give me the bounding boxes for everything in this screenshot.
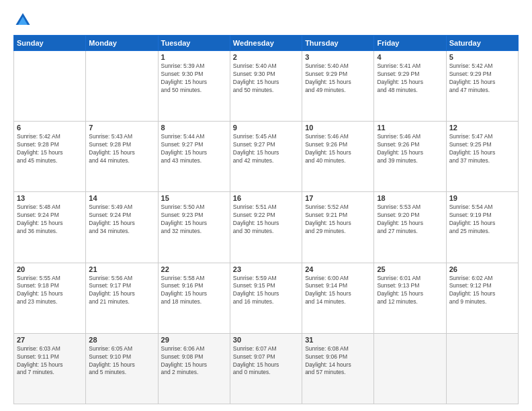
logo — [13, 11, 35, 30]
cal-cell: 19Sunrise: 5:54 AM Sunset: 9:19 PM Dayli… — [446, 192, 518, 263]
cal-cell: 13Sunrise: 5:48 AM Sunset: 9:24 PM Dayli… — [14, 192, 86, 263]
day-number: 12 — [449, 124, 515, 132]
cal-cell — [86, 51, 158, 122]
cal-cell: 22Sunrise: 5:58 AM Sunset: 9:16 PM Dayli… — [158, 263, 230, 333]
day-number: 15 — [161, 194, 227, 202]
day-number: 20 — [17, 265, 83, 273]
day-info: Sunrise: 5:48 AM Sunset: 9:24 PM Dayligh… — [17, 203, 83, 236]
cal-cell: 11Sunrise: 5:46 AM Sunset: 9:26 PM Dayli… — [374, 122, 446, 192]
day-info: Sunrise: 5:58 AM Sunset: 9:16 PM Dayligh… — [161, 275, 227, 307]
day-number: 14 — [89, 194, 154, 202]
day-info: Sunrise: 6:03 AM Sunset: 9:11 PM Dayligh… — [17, 345, 83, 377]
day-info: Sunrise: 5:44 AM Sunset: 9:27 PM Dayligh… — [161, 133, 227, 165]
day-number: 3 — [305, 53, 371, 61]
cal-cell: 18Sunrise: 5:53 AM Sunset: 9:20 PM Dayli… — [374, 192, 446, 263]
day-info: Sunrise: 5:46 AM Sunset: 9:26 PM Dayligh… — [305, 133, 371, 165]
cal-cell: 7Sunrise: 5:43 AM Sunset: 9:28 PM Daylig… — [86, 122, 158, 192]
cal-cell: 27Sunrise: 6:03 AM Sunset: 9:11 PM Dayli… — [14, 333, 86, 404]
cal-cell: 20Sunrise: 5:55 AM Sunset: 9:18 PM Dayli… — [14, 263, 86, 333]
week-row-1: 1Sunrise: 5:39 AM Sunset: 9:30 PM Daylig… — [14, 51, 519, 122]
day-info: Sunrise: 6:07 AM Sunset: 9:07 PM Dayligh… — [233, 345, 299, 377]
day-number: 9 — [233, 124, 299, 132]
day-number: 16 — [233, 194, 299, 202]
cal-cell: 26Sunrise: 6:02 AM Sunset: 9:12 PM Dayli… — [446, 263, 518, 333]
col-header-friday: Friday — [374, 36, 446, 51]
day-info: Sunrise: 6:02 AM Sunset: 9:12 PM Dayligh… — [449, 275, 515, 307]
cal-cell: 1Sunrise: 5:39 AM Sunset: 9:30 PM Daylig… — [158, 51, 230, 122]
cal-cell: 9Sunrise: 5:45 AM Sunset: 9:27 PM Daylig… — [230, 122, 302, 192]
cal-cell: 12Sunrise: 5:47 AM Sunset: 9:25 PM Dayli… — [446, 122, 518, 192]
cal-cell: 29Sunrise: 6:06 AM Sunset: 9:08 PM Dayli… — [158, 333, 230, 404]
day-info: Sunrise: 5:49 AM Sunset: 9:24 PM Dayligh… — [89, 203, 154, 236]
day-info: Sunrise: 5:40 AM Sunset: 9:30 PM Dayligh… — [233, 62, 299, 95]
day-number: 31 — [305, 336, 371, 344]
day-number: 13 — [17, 194, 83, 202]
day-number: 19 — [449, 194, 515, 202]
day-info: Sunrise: 5:47 AM Sunset: 9:25 PM Dayligh… — [449, 133, 515, 165]
cal-cell: 25Sunrise: 6:01 AM Sunset: 9:13 PM Dayli… — [374, 263, 446, 333]
day-info: Sunrise: 5:55 AM Sunset: 9:18 PM Dayligh… — [17, 275, 83, 307]
day-info: Sunrise: 5:51 AM Sunset: 9:22 PM Dayligh… — [233, 203, 299, 236]
cal-cell: 30Sunrise: 6:07 AM Sunset: 9:07 PM Dayli… — [230, 333, 302, 404]
cal-cell: 10Sunrise: 5:46 AM Sunset: 9:26 PM Dayli… — [302, 122, 374, 192]
day-number: 7 — [89, 124, 154, 132]
col-header-thursday: Thursday — [302, 36, 374, 51]
week-row-4: 20Sunrise: 5:55 AM Sunset: 9:18 PM Dayli… — [14, 263, 519, 333]
col-header-monday: Monday — [86, 36, 158, 51]
cal-cell: 28Sunrise: 6:05 AM Sunset: 9:10 PM Dayli… — [86, 333, 158, 404]
day-info: Sunrise: 5:52 AM Sunset: 9:21 PM Dayligh… — [305, 203, 371, 236]
day-number: 23 — [233, 265, 299, 273]
day-info: Sunrise: 6:01 AM Sunset: 9:13 PM Dayligh… — [377, 275, 443, 307]
day-number: 24 — [305, 265, 371, 273]
header — [13, 11, 519, 30]
day-number: 8 — [161, 124, 227, 132]
cal-cell: 24Sunrise: 6:00 AM Sunset: 9:14 PM Dayli… — [302, 263, 374, 333]
cal-cell: 15Sunrise: 5:50 AM Sunset: 9:23 PM Dayli… — [158, 192, 230, 263]
day-info: Sunrise: 5:45 AM Sunset: 9:27 PM Dayligh… — [233, 133, 299, 165]
day-info: Sunrise: 5:59 AM Sunset: 9:15 PM Dayligh… — [233, 275, 299, 307]
day-number: 27 — [17, 336, 83, 344]
day-number: 4 — [377, 53, 443, 61]
cal-cell — [14, 51, 86, 122]
page: SundayMondayTuesdayWednesdayThursdayFrid… — [0, 0, 532, 411]
cal-cell: 16Sunrise: 5:51 AM Sunset: 9:22 PM Dayli… — [230, 192, 302, 263]
day-info: Sunrise: 5:56 AM Sunset: 9:17 PM Dayligh… — [89, 275, 154, 307]
day-info: Sunrise: 5:42 AM Sunset: 9:29 PM Dayligh… — [449, 62, 515, 95]
cal-cell: 2Sunrise: 5:40 AM Sunset: 9:30 PM Daylig… — [230, 51, 302, 122]
cal-cell: 5Sunrise: 5:42 AM Sunset: 9:29 PM Daylig… — [446, 51, 518, 122]
week-row-3: 13Sunrise: 5:48 AM Sunset: 9:24 PM Dayli… — [14, 192, 519, 263]
cal-cell: 31Sunrise: 6:08 AM Sunset: 9:06 PM Dayli… — [302, 333, 374, 404]
col-header-tuesday: Tuesday — [158, 36, 230, 51]
day-number: 10 — [305, 124, 371, 132]
day-number: 6 — [17, 124, 83, 132]
week-row-5: 27Sunrise: 6:03 AM Sunset: 9:11 PM Dayli… — [14, 333, 519, 404]
day-info: Sunrise: 5:46 AM Sunset: 9:26 PM Dayligh… — [377, 133, 443, 165]
day-info: Sunrise: 6:00 AM Sunset: 9:14 PM Dayligh… — [305, 275, 371, 307]
day-number: 5 — [449, 53, 515, 61]
week-row-2: 6Sunrise: 5:42 AM Sunset: 9:28 PM Daylig… — [14, 122, 519, 192]
day-info: Sunrise: 6:08 AM Sunset: 9:06 PM Dayligh… — [305, 345, 371, 377]
day-number: 30 — [233, 336, 299, 344]
cal-cell: 8Sunrise: 5:44 AM Sunset: 9:27 PM Daylig… — [158, 122, 230, 192]
day-number: 25 — [377, 265, 443, 273]
logo-icon — [13, 11, 32, 30]
day-number: 28 — [89, 336, 154, 344]
cal-cell: 3Sunrise: 5:40 AM Sunset: 9:29 PM Daylig… — [302, 51, 374, 122]
cal-cell: 23Sunrise: 5:59 AM Sunset: 9:15 PM Dayli… — [230, 263, 302, 333]
day-info: Sunrise: 6:06 AM Sunset: 9:08 PM Dayligh… — [161, 345, 227, 377]
cal-cell: 4Sunrise: 5:41 AM Sunset: 9:29 PM Daylig… — [374, 51, 446, 122]
col-header-saturday: Saturday — [446, 36, 518, 51]
day-number: 22 — [161, 265, 227, 273]
day-info: Sunrise: 5:53 AM Sunset: 9:20 PM Dayligh… — [377, 203, 443, 236]
cal-cell: 21Sunrise: 5:56 AM Sunset: 9:17 PM Dayli… — [86, 263, 158, 333]
day-number: 17 — [305, 194, 371, 202]
day-info: Sunrise: 5:40 AM Sunset: 9:29 PM Dayligh… — [305, 62, 371, 95]
calendar-table: SundayMondayTuesdayWednesdayThursdayFrid… — [13, 35, 519, 404]
day-info: Sunrise: 6:05 AM Sunset: 9:10 PM Dayligh… — [89, 345, 154, 377]
day-number: 1 — [161, 53, 227, 61]
day-number: 18 — [377, 194, 443, 202]
day-info: Sunrise: 5:43 AM Sunset: 9:28 PM Dayligh… — [89, 133, 154, 165]
day-info: Sunrise: 5:39 AM Sunset: 9:30 PM Dayligh… — [161, 62, 227, 95]
cal-cell: 14Sunrise: 5:49 AM Sunset: 9:24 PM Dayli… — [86, 192, 158, 263]
day-info: Sunrise: 5:54 AM Sunset: 9:19 PM Dayligh… — [449, 203, 515, 236]
